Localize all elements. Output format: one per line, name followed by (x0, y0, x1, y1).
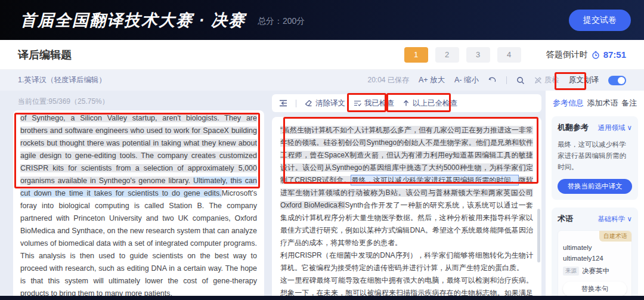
source-text: of Synthego, a Silicon Valley startup, a… (20, 112, 257, 300)
mark-checked-button[interactable]: 我已检查 (354, 98, 394, 109)
submit-exam-button[interactable]: 提交试卷 (569, 10, 631, 31)
target-scrollbar[interactable] (537, 209, 540, 262)
mt-reference-card: 机翻参考 通用领域 ∨ 最终，这可以减少科学家进行基因编辑所需的时间。 替换当前… (552, 116, 638, 200)
font-zoom-out-button[interactable]: A- 缩小 (454, 75, 479, 85)
question-tab-4[interactable]: 4 (497, 47, 521, 63)
replace-selected-translation-button[interactable]: 替换当前选中译文 (558, 179, 632, 194)
cursor-position-label: 当前位置:95/369（25.75%） (18, 97, 109, 107)
term-card-title: 术语 (558, 214, 573, 224)
question-tab-2[interactable]: 2 (435, 47, 459, 63)
reference-sidebar: 参考信息 添加术语 备注 机翻参考 通用领域 ∨ 最终，这可以减少科学家进行基因… (546, 91, 644, 300)
source-highlight-label: 原文划译 (569, 75, 599, 85)
target-text: “虽然生物计算机不如个人计算机那么多产，但有几家公司正在努力推进这一非常年轻的领… (280, 124, 533, 300)
editor-toolbar-divider (296, 100, 296, 107)
eraser-icon (305, 100, 312, 107)
target-paragraph-1: “虽然生物计算机不如个人计算机那么多产，但有几家公司正在努力推进这一非常年轻的领… (280, 124, 533, 249)
mt-card-title: 机翻参考 (558, 122, 589, 133)
collapse-panel-icon[interactable] (279, 100, 287, 107)
source-highlighted-segment: of Synthego, a Silicon Valley startup, a… (20, 114, 257, 185)
page-title: 译后编辑题 (18, 48, 72, 62)
target-text-panel[interactable]: “虽然生物计算机不如个人计算机那么多产，但有几家公司正在努力推进这一非常年轻的领… (272, 117, 541, 300)
timer-value: 87:51 (603, 50, 626, 60)
term-card-header: 术语 基础科学 ∨ (558, 214, 632, 224)
tab-notes[interactable]: 备注 (621, 98, 637, 109)
app-title: 首届全国翻译技术大赛 · 决赛 (20, 10, 246, 31)
toolbar-tools: 20:04 已保存 A+ 放大 A- 缩小 质检 原文划译 (368, 75, 626, 85)
term-entry: 自建术语 ultimately ultimately124 来源 决赛英中 替换… (558, 230, 632, 300)
question-title: 1.英译汉（轻度译后编辑） (18, 75, 106, 85)
term-target-text: ultimately124 (563, 255, 627, 262)
tab-add-term[interactable]: 添加术语 (587, 98, 618, 109)
app-root: 首届全国翻译技术大赛 · 决赛 总分：200分 提交试卷 译后编辑题 1 2 3… (0, 0, 644, 91)
target-paragraph-2: 利用CRISPR（在细菌中发现的DNA序列），科学家们能够将细胞转化为生物计算机… (280, 249, 533, 274)
sidebar-tabs: 参考信息 添加术语 备注 (552, 98, 638, 109)
mt-domain-dropdown[interactable]: 通用领域 ∨ (597, 123, 632, 132)
app-header: 首届全国翻译技术大赛 · 决赛 总分：200分 提交试卷 (0, 0, 644, 40)
search-icon[interactable] (516, 76, 525, 85)
checklist-icon (354, 100, 361, 107)
tab-reference-info[interactable]: 参考信息 (553, 98, 584, 109)
save-status: 20:04 已保存 (368, 75, 409, 85)
term-source-text: ultimately (563, 244, 627, 251)
term-meta-row: 来源 决赛英中 (563, 267, 627, 276)
target-editor-toolbar: 清除译文 我已检查 以上已全检查 (272, 94, 541, 112)
arrow-up-icon (402, 100, 410, 107)
replace-sentence-button[interactable]: 替换本句 (563, 282, 627, 296)
term-domain-dropdown[interactable]: 基础科学 ∨ (597, 215, 632, 224)
timer-label: 答题倒计时 (546, 50, 588, 60)
term-source-badge: 来源 (563, 267, 579, 276)
question-bar: 译后编辑题 1 2 3 4 答题倒计时 87:51 (0, 40, 644, 70)
source-highlight-toggle[interactable] (608, 76, 626, 85)
question-tab-1[interactable]: 1 (404, 47, 428, 63)
font-zoom-in-button[interactable]: A+ 放大 (419, 75, 445, 85)
clear-translation-button[interactable]: 清除译文 (305, 98, 345, 109)
editor-toolbar-row: 1.英译汉（轻度译后编辑） 20:04 已保存 A+ 放大 A- 缩小 质检 原… (0, 70, 644, 91)
toggle-knob (618, 77, 625, 84)
mt-card-header: 机翻参考 通用领域 ∨ (558, 122, 632, 133)
term-badge: 自建术语 (599, 231, 631, 242)
term-source-value: 决赛英中 (582, 267, 609, 276)
question-tab-3[interactable]: 3 (466, 47, 490, 63)
pen-slash-icon (534, 76, 542, 84)
source-paragraph-1: of Synthego, a Silicon Valley startup, a… (20, 112, 257, 300)
toolbar-divider (506, 76, 507, 84)
terminology-card: 术语 基础科学 ∨ 自建术语 ultimately ultimately124 … (552, 208, 638, 300)
source-plain-segment: Microsoft's foray into biological comput… (20, 189, 257, 298)
undo-icon[interactable] (488, 76, 497, 84)
target-selected-segment: 最终，这可以减少科学家进行基因编辑所需的时间。 (351, 175, 518, 185)
total-score-label: 总分：200分 (258, 16, 305, 27)
countdown-timer: 答题倒计时 87:51 (546, 50, 626, 60)
source-text-panel[interactable]: of Synthego, a Silicon Valley startup, a… (13, 110, 264, 300)
mt-suggestion-text: 最终，这可以减少科学家进行基因编辑所需的时间。 (558, 139, 632, 173)
check-all-above-button[interactable]: 以上已全检查 (402, 98, 457, 109)
bottom-edge-bar (0, 296, 644, 300)
clock-icon (592, 51, 600, 59)
quality-check-button[interactable]: 质检 (534, 75, 559, 85)
question-nav: 1 2 3 4 (404, 47, 521, 63)
